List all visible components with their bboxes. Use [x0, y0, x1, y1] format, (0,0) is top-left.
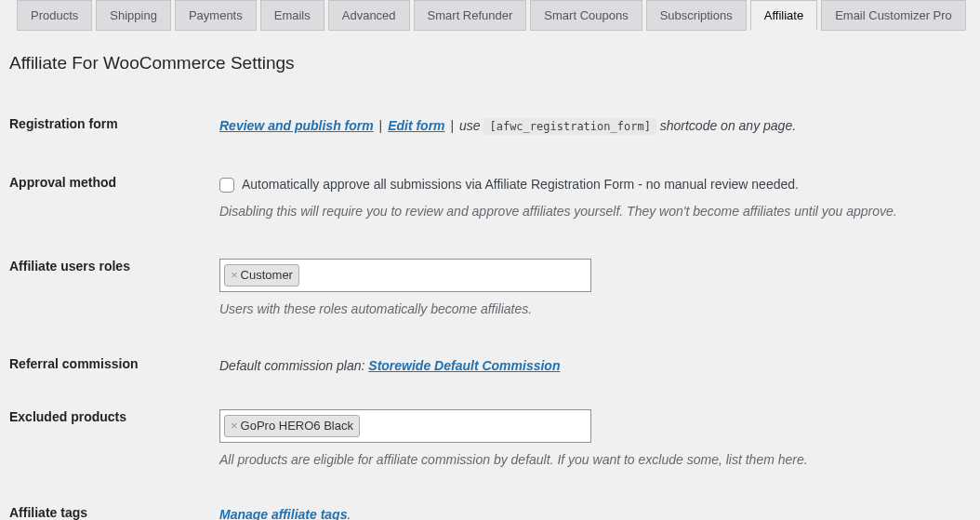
- excluded-description: All products are eligible for affiliate …: [219, 450, 971, 470]
- role-token-customer: ×Customer: [224, 264, 299, 287]
- affiliate-tags-label: Affiliate tags: [0, 485, 214, 520]
- tab-email-customizer-pro[interactable]: Email Customizer Pro: [821, 0, 966, 31]
- tab-subscriptions[interactable]: Subscriptions: [646, 0, 747, 31]
- edit-form-link[interactable]: Edit form: [388, 118, 444, 133]
- tab-payments[interactable]: Payments: [175, 0, 257, 31]
- storewide-commission-link[interactable]: Storewide Default Commission: [368, 358, 560, 373]
- separator: |: [445, 118, 459, 133]
- remove-token-icon[interactable]: ×: [231, 266, 238, 285]
- auto-approve-label: Automatically approve all submissions vi…: [242, 175, 799, 194]
- tab-emails[interactable]: Emails: [260, 0, 324, 31]
- remove-token-icon[interactable]: ×: [231, 417, 238, 435]
- tab-shipping[interactable]: Shipping: [96, 0, 171, 31]
- approval-description: Disabling this will require you to revie…: [219, 202, 971, 221]
- period: .: [347, 507, 351, 520]
- tab-advanced[interactable]: Advanced: [328, 0, 410, 31]
- shortcode-tail: shortcode on any page.: [656, 118, 796, 133]
- product-token-label: GoPro HERO6 Black: [241, 417, 353, 435]
- affiliate-roles-select[interactable]: ×Customer: [219, 259, 591, 292]
- tab-products[interactable]: Products: [17, 0, 92, 31]
- affiliate-roles-label: Affiliate users roles: [0, 240, 214, 334]
- excluded-products-label: Excluded products: [0, 394, 214, 485]
- page-title: Affiliate For WooCommerce Settings: [0, 31, 980, 73]
- tab-affiliate[interactable]: Affiliate: [750, 0, 817, 31]
- review-publish-form-link[interactable]: Review and publish form: [219, 118, 374, 133]
- product-token: ×GoPro HERO6 Black: [224, 415, 360, 437]
- registration-form-label: Registration form: [0, 73, 214, 160]
- settings-tabs: Products Shipping Payments Emails Advanc…: [0, 0, 980, 31]
- excluded-products-select[interactable]: ×GoPro HERO6 Black: [219, 409, 591, 443]
- approval-method-label: Approval method: [0, 160, 214, 240]
- role-token-label: Customer: [241, 266, 293, 285]
- roles-description: Users with these roles automatically bec…: [219, 300, 971, 319]
- referral-commission-label: Referral commission: [0, 334, 214, 394]
- shortcode-code: [afwc_registration_form]: [483, 118, 656, 135]
- tab-smart-refunder[interactable]: Smart Refunder: [414, 0, 527, 31]
- separator: |: [374, 118, 388, 133]
- manage-affiliate-tags-link[interactable]: Manage affiliate tags: [219, 507, 347, 520]
- commission-plan-prefix: Default commission plan:: [219, 358, 368, 373]
- tab-smart-coupons[interactable]: Smart Coupons: [530, 0, 642, 31]
- auto-approve-checkbox[interactable]: [219, 178, 234, 193]
- use-text: use: [459, 118, 483, 133]
